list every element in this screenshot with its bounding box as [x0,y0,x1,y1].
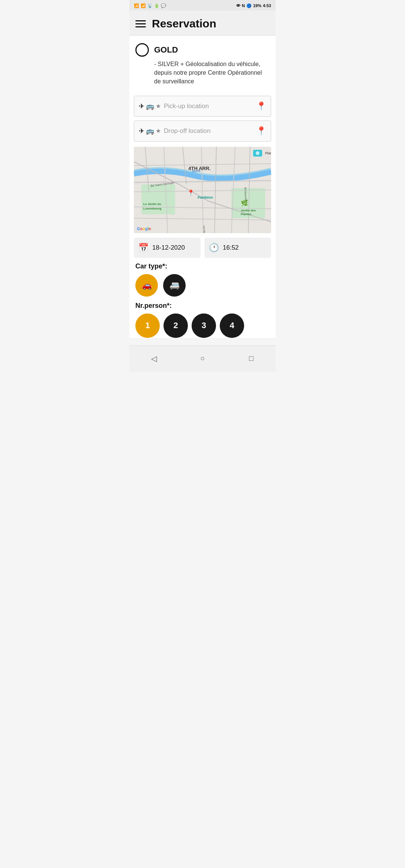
svg-text:Plantes: Plantes [241,212,252,216]
star2-icon: ★ [156,127,161,134]
time-picker[interactable]: 🕐 16:52 [204,238,271,258]
svg-text:Google: Google [137,226,151,231]
status-bar: 📶 📶 📡 🔋 💬 👁 N 🔵 19% 4:53 [129,0,276,11]
pickup-placeholder: Pick-up location [164,102,253,110]
main-content: GOLD - SILVER + Géolocalisation du véhic… [129,36,276,338]
gold-radio[interactable] [135,43,149,57]
clock-icon: 🕐 [209,243,219,253]
recent-icon: □ [249,354,254,363]
map-view[interactable]: 4TH ARR. Seine Bd Saint-Germain 📍 Panthé… [134,147,271,233]
gold-row: GOLD [135,43,270,57]
pickup-input[interactable]: ✈ 🚌 ★ Pick-up location 📍 [134,96,271,117]
svg-text:Bd Bourdon: Bd Bourdon [244,187,247,201]
svg-text:Seine: Seine [192,169,201,173]
airplane2-icon: ✈ [139,127,144,135]
recent-button[interactable]: □ [243,350,260,367]
svg-text:Luxembourg: Luxembourg [143,207,162,210]
signal2-icon: 📶 [141,3,146,8]
battery-level: 19% [253,3,261,8]
gold-section: GOLD - SILVER + Géolocalisation du véhic… [129,36,276,92]
time-value: 16:52 [223,244,239,252]
svg-text:Le Jardin du: Le Jardin du [143,202,161,206]
datetime-row: 📅 18-12-2020 🕐 16:52 [134,238,271,258]
hamburger-line-1 [135,20,146,21]
nfc-icon: N [242,3,245,8]
dropoff-pin-icon: 📍 [256,126,266,136]
hamburger-line-2 [135,23,146,24]
pickup-icons: ✈ 🚌 ★ [139,102,161,110]
whatsapp-icon: 💬 [161,3,166,8]
train2-icon: 🚌 [146,127,154,135]
dropoff-icons: ✈ 🚌 ★ [139,127,161,135]
calendar-icon: 📅 [138,243,148,253]
svg-text:Place: Place [265,151,271,155]
person-3-button[interactable]: 3 [192,313,216,338]
back-button[interactable]: ◁ [146,350,162,367]
pickup-pin-icon: 📍 [256,101,266,111]
status-right: 👁 N 🔵 19% 4:53 [236,3,271,8]
person-4-button[interactable]: 4 [220,313,244,338]
star-icon: ★ [156,102,161,110]
person-1-button[interactable]: 1 [135,313,160,338]
svg-text:Jardin des: Jardin des [241,209,256,212]
car-van-button[interactable]: 🚐 [163,274,186,297]
gold-label: GOLD [154,45,178,55]
airplane-icon: ✈ [139,102,144,110]
eye-icon: 👁 [236,3,240,8]
wifi-icon: 📡 [147,3,153,8]
hamburger-line-3 [135,26,146,27]
time-display: 4:53 [263,3,271,8]
car-type-label: Car type*: [135,262,270,270]
header: Reservation [129,11,276,36]
date-picker[interactable]: 📅 18-12-2020 [134,238,201,258]
train-icon: 🚌 [146,102,154,110]
back-icon: ◁ [151,354,157,363]
home-icon: ○ [200,354,205,363]
status-left: 📶 📶 📡 🔋 💬 [134,3,166,8]
date-value: 18-12-2020 [152,244,185,252]
signal-icon: 📶 [134,3,139,8]
dropoff-input[interactable]: ✈ 🚌 ★ Drop-off location 📍 [134,121,271,142]
svg-point-28 [256,151,260,155]
svg-text:Panthéon: Panthéon [198,196,213,199]
page-title: Reservation [152,17,216,30]
gold-description: - SILVER + Géolocalisation du véhicule, … [154,60,270,86]
battery-status: 🔋 [154,3,159,8]
nr-person-label: Nr.person*: [135,302,270,310]
home-button[interactable]: ○ [194,350,211,367]
svg-text:📍: 📍 [187,189,195,196]
person-options: 1 2 3 4 [135,313,270,338]
bottom-nav: ◁ ○ □ [129,345,276,372]
menu-button[interactable] [135,20,146,27]
car-type-options: 🚗 🚐 [135,274,270,297]
car-sedan-button[interactable]: 🚗 [135,274,158,297]
bluetooth-icon: 🔵 [246,3,252,8]
dropoff-placeholder: Drop-off location [164,127,253,135]
person-2-button[interactable]: 2 [164,313,188,338]
